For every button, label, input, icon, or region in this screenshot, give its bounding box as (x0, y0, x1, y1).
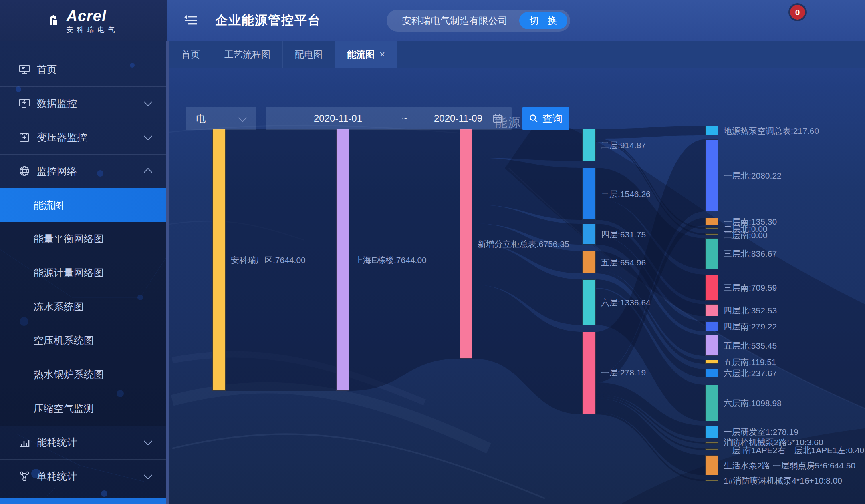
sankey-link-16 (596, 270, 705, 364)
sankey-node-label-三层南: 三层南:709.59 (724, 282, 777, 293)
date-separator: ~ (402, 113, 407, 124)
sidebar-nav: 首页数据监控变压器监控监控网络能流图能量平衡网络图能源计量网络图冻水系统图空压机… (0, 52, 166, 493)
sidebar-item-单耗统计[interactable]: 单耗统计 (0, 459, 166, 493)
sankey-node-二层北[interactable] (705, 227, 718, 229)
sankey-link-21 (596, 382, 705, 438)
sankey-node-四层北[interactable] (705, 304, 718, 316)
tab-能流图[interactable]: 能流图× (335, 41, 397, 68)
sidebar-item-热水锅炉系统图[interactable]: 热水锅炉系统图 (0, 357, 166, 392)
sidebar-item-监控网络[interactable]: 监控网络 (0, 154, 166, 188)
sankey-link-23 (596, 396, 705, 450)
sidebar-item-label: 压缩空气监测 (34, 402, 94, 415)
acrel-logo-icon (49, 13, 63, 29)
query-label: 查询 (542, 112, 563, 125)
filterbar: 电 2020-11-01 ~ 2020-11-09 (169, 68, 865, 112)
unit-stats-icon (18, 470, 30, 482)
chevron-down-icon (144, 132, 152, 140)
sankey-node-消防栓机械泵2路5*10[interactable] (705, 442, 718, 444)
sidebar-item-空压机系统图[interactable]: 空压机系统图 (0, 324, 166, 358)
sankey-node-五层南[interactable] (705, 360, 718, 364)
date-range-picker[interactable]: 2020-11-01 ~ 2020-11-09 (266, 107, 512, 130)
sidebar-item-能耗统计[interactable]: 能耗统计 (0, 426, 166, 460)
chevron-down-icon (238, 114, 247, 122)
sankey-node-四层[interactable] (582, 224, 596, 245)
sidebar-item-label: 热水锅炉系统图 (34, 368, 104, 381)
sankey-node-label-六层北: 六层北:237.67 (724, 368, 777, 379)
topbar: Acrel 安科瑞电气 企业能源管控平台 安科瑞电气制造有限公司 切 换 (0, 0, 865, 41)
sankey-node-label-四层北: 四层北:352.53 (724, 305, 777, 316)
notification-badge[interactable]: 0 (790, 5, 805, 20)
sankey-node-六层南[interactable] (705, 385, 718, 421)
tab-工艺流程图[interactable]: 工艺流程图 (212, 41, 283, 68)
sidebar-item-压缩空气监测[interactable]: 压缩空气监测 (0, 392, 166, 426)
page-title: 企业能源管控平台 (215, 12, 321, 29)
sankey-node-新增分立柜总表[interactable] (460, 129, 472, 359)
sankey-node-label-五层: 五层:654.96 (601, 257, 646, 268)
tabbar: 首页工艺流程图配电图能流图× (169, 41, 865, 68)
sankey-node-label-六层: 六层:1336.64 (601, 297, 651, 308)
sidebar-item-数据监控[interactable]: 数据监控 (0, 86, 166, 120)
sidebar-item-首页[interactable]: 首页 (0, 52, 166, 86)
sidebar-item-冻水系统图[interactable]: 冻水系统图 (0, 290, 166, 324)
tab-close-icon[interactable]: × (379, 49, 385, 60)
sankey-node-一层研发室1[interactable] (705, 426, 718, 438)
app-root: Acrel 安科瑞电气 企业能源管控平台 安科瑞电气制造有限公司 切 换 (0, 0, 865, 504)
sidebar-item-变压器监控[interactable]: 变压器监控 (0, 120, 166, 154)
sankey-node-label-三层北: 三层北:836.67 (724, 248, 777, 259)
sankey-node-label-四层: 四层:631.75 (601, 229, 646, 240)
sankey-node-label-六层南: 六层南:1098.98 (724, 398, 782, 408)
sankey-node-五层[interactable] (582, 251, 596, 273)
sankey-node-三层南[interactable] (705, 275, 718, 301)
sankey-link-3 (472, 158, 582, 220)
energy-stats-icon (18, 436, 30, 448)
sankey-node-三层北[interactable] (705, 238, 718, 269)
tab-label: 首页 (181, 48, 200, 61)
sankey-link-6 (472, 243, 582, 325)
main-content: 首页工艺流程图配电图能流图× 电 2020-11-01 ~ 2020-11-09 (169, 41, 865, 504)
tab-label: 配电图 (295, 48, 323, 61)
sidebar-item-能流图[interactable]: 能流图 (0, 188, 166, 222)
sidebar-collapse-icon[interactable] (183, 13, 200, 28)
sankey-node-安科瑞厂区[interactable] (212, 129, 226, 391)
tab-配电图[interactable]: 配电图 (283, 41, 335, 68)
sidebar-item-label: 能源计量网络图 (34, 266, 104, 279)
sankey-node-label-一层研发室1: 一层研发室1:278.19 (724, 426, 798, 437)
sankey-link-24 (596, 398, 705, 475)
sankey-node-三层[interactable] (582, 168, 596, 220)
switch-company-button[interactable]: 切 换 (519, 12, 567, 29)
sankey-node-label-一层北: 一层北:2080.22 (724, 170, 782, 181)
sankey-node-六层北[interactable] (705, 369, 718, 377)
sankey-node-label-五层南: 五层南:119.51 (724, 357, 776, 367)
sankey-node-地源热泵空调总表[interactable] (705, 126, 718, 135)
sankey-node-一层北[interactable] (705, 139, 718, 211)
sankey-node-1#消防喷淋机械泵4*16+10[interactable] (705, 480, 718, 481)
sankey-node-label-生活水泵2路一层弱点房5*6: 生活水泵2路 一层弱点房5*6:644.50 (724, 460, 855, 471)
sidebar-item-能源计量网络图[interactable]: 能源计量网络图 (0, 256, 166, 290)
sankey-node-生活水泵2路一层弱点房5*6[interactable] (705, 455, 718, 475)
query-button[interactable]: 查询 (522, 107, 569, 130)
sankey-node-一层[interactable] (582, 332, 596, 414)
sankey-node-label-一层南1APE2右一层北1APE1左: 一层 南1APE2右一层北1APE1左:0.40 (724, 445, 864, 456)
search-icon (529, 114, 538, 123)
sidebar-item-label: 冻水系统图 (34, 300, 84, 313)
sankey-link-18 (596, 289, 705, 421)
energy-type-select[interactable]: 电 (186, 107, 256, 130)
sankey-node-二层南[interactable] (705, 233, 718, 235)
sankey-link-17 (596, 279, 705, 377)
calendar-icon (492, 113, 503, 127)
date-end-value: 2020-11-09 (434, 113, 482, 124)
sankey-node-五层北[interactable] (705, 335, 718, 356)
sankey-node-一层南1APE2右一层北1APE1左[interactable] (705, 448, 718, 450)
energy-type-value: 电 (196, 112, 206, 125)
sidebar-item-能量平衡网络图[interactable]: 能量平衡网络图 (0, 222, 166, 256)
sankey-node-六层[interactable] (582, 279, 596, 325)
sidebar: 首页数据监控变压器监控监控网络能流图能量平衡网络图能源计量网络图冻水系统图空压机… (0, 41, 166, 504)
tab-首页[interactable]: 首页 (169, 41, 212, 68)
sankey-node-一层南[interactable] (705, 218, 718, 225)
sankey-node-二层[interactable] (582, 129, 596, 161)
sidebar-bottom-highlight (0, 498, 166, 504)
sankey-node-四层南[interactable] (705, 321, 718, 331)
tab-label: 工艺流程图 (224, 48, 270, 61)
sidebar-scrollbar[interactable] (166, 41, 169, 504)
sankey-node-上海E栋楼[interactable] (336, 129, 349, 391)
